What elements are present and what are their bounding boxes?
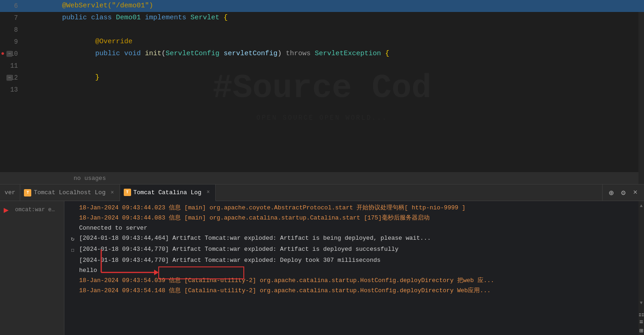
log-line-hello: hello xyxy=(64,266,638,276)
interface-name: Servlet xyxy=(190,14,224,22)
kw-class: class xyxy=(91,14,116,22)
bottom-panel: ver T Tomcat Localhost Log × T Tomcat Ca… xyxy=(0,184,644,335)
globe-icon-btn[interactable]: ⊕ xyxy=(606,188,616,198)
localhost-tab-icon: T xyxy=(24,189,31,196)
line-number-7: 7 xyxy=(0,12,25,24)
log-text-3: Connected to server xyxy=(79,223,635,233)
fold-icon[interactable]: − xyxy=(6,51,12,57)
line-number-11: 11 xyxy=(0,60,25,72)
kw-public: public xyxy=(62,14,91,22)
paren-close: ) xyxy=(277,50,286,58)
kw-void: void xyxy=(124,50,145,58)
log-content[interactable]: 18-Jan-2024 09:43:44.023 信息 [main] org.a… xyxy=(64,201,638,335)
log-text-6: [2024-01-18 09:43:44,770] Artifact Tomca… xyxy=(79,255,635,266)
code-lines: 6 @WebServlet("/demo01") 7 public class … xyxy=(0,0,644,96)
code-line-10: ● − 10 public void init(ServletConfig se… xyxy=(0,48,644,60)
kw-throws: throws xyxy=(286,50,315,58)
no-usages-bar: no usages xyxy=(0,172,644,184)
line-number-9: 9 xyxy=(0,36,25,48)
line-content-12: } xyxy=(25,60,644,96)
paren-open: ( xyxy=(161,50,166,58)
code-line-12: − 12 } xyxy=(0,72,644,84)
log-line-5: ☐ [2024-01-18 09:43:44,770] Artifact Tom… xyxy=(64,244,638,255)
localhost-tab-close[interactable]: × xyxy=(109,190,115,196)
gear-icon-btn[interactable]: ⚙ xyxy=(618,188,628,198)
log-line-6: [2024-01-18 09:43:44,770] Artifact Tomca… xyxy=(64,255,638,266)
refresh-icon: ↻ xyxy=(71,234,75,244)
panel-scrollbar[interactable]: ▲ ▼ ⚏ ≡ ⊞ xyxy=(638,201,644,335)
catalina-tab-icon: T xyxy=(124,189,131,196)
watermark-sub: OPEN SOURCE OPEN WORLD... xyxy=(256,114,387,121)
line-number-10: ● − 10 xyxy=(0,48,25,60)
kw-implements: implements xyxy=(145,14,190,22)
scroll-up-btn[interactable]: ▲ xyxy=(638,202,644,209)
log-icon-refresh: ↻ xyxy=(68,233,77,244)
panel-close-btn[interactable]: × xyxy=(630,188,640,198)
kw-public2: public xyxy=(62,50,124,58)
log-text-hello: hello xyxy=(79,266,635,276)
line-number-6: 6 xyxy=(0,0,25,12)
panel-sidebar: ▶ omcat:war exploc xyxy=(0,201,64,335)
log-line-2: 18-Jan-2024 09:43:44.083 信息 [main] org.a… xyxy=(64,213,638,223)
log-text-1: 18-Jan-2024 09:43:44.023 信息 [main] org.a… xyxy=(79,203,635,213)
log-line-3: Connected to server xyxy=(64,223,638,233)
catalina-tab-close[interactable]: × xyxy=(206,189,211,196)
log-line-4: ↻ [2024-01-18 09:43:44,464] Artifact Tom… xyxy=(64,233,638,244)
close-brace: } xyxy=(95,74,99,81)
log-text-2: 18-Jan-2024 09:43:44.083 信息 [main] org.a… xyxy=(79,213,635,223)
error-icon: ● xyxy=(1,48,5,60)
log-icon-7 xyxy=(68,276,77,277)
log-icon-stop: ☐ xyxy=(68,244,77,255)
param-name: servletConfig xyxy=(224,50,277,58)
log-icon-hello xyxy=(68,266,77,266)
sidebar-artifact-label: omcat:war exploc xyxy=(12,205,60,215)
tab-catalina-log[interactable]: T Tomcat Catalina Log × xyxy=(120,185,216,201)
panel-right-icon-3[interactable]: ⊞ xyxy=(638,327,644,334)
panel-body: ▶ omcat:war exploc 18-Jan-2024 09:43:44.… xyxy=(0,201,644,335)
open-brace: { xyxy=(224,14,228,22)
code-line-7: 7 public class Demo01 implements Servlet… xyxy=(0,12,644,24)
log-text-7: 18-Jan-2024 09:43:54.039 信息 [Catalina-ut… xyxy=(79,276,635,286)
log-line-8: 18-Jan-2024 09:43:54.148 信息 [Catalina-ut… xyxy=(64,286,638,296)
log-icon-2 xyxy=(68,213,77,214)
line-number-8: 8 xyxy=(0,24,25,36)
panel-right-icon-1[interactable]: ⚏ xyxy=(638,310,644,318)
no-usages-text: no usages xyxy=(74,175,106,182)
exception-type: ServletException xyxy=(315,50,385,58)
line-number-12: − 12 xyxy=(0,72,25,84)
indent-12 xyxy=(62,74,95,81)
active-arrow: ▶ xyxy=(4,205,9,215)
catalina-tab-label: Tomcat Catalina Log xyxy=(133,189,201,196)
log-text-5: [2024-01-18 09:43:44,770] Artifact Tomca… xyxy=(79,244,635,254)
scroll-down-btn[interactable]: ▼ xyxy=(638,299,644,306)
stop-icon: ☐ xyxy=(71,245,74,255)
log-line-7: 18-Jan-2024 09:43:54.039 信息 [Catalina-ut… xyxy=(64,276,638,286)
log-icon-8 xyxy=(68,286,77,287)
line-number-13: 13 xyxy=(0,84,25,96)
open-brace-2: { xyxy=(385,50,389,58)
panel-right-icon-2[interactable]: ≡ xyxy=(638,318,644,326)
tab-localhost-log[interactable]: T Tomcat Localhost Log × xyxy=(20,185,120,201)
method-init: init xyxy=(145,50,161,58)
log-line-1: 18-Jan-2024 09:43:44.023 信息 [main] org.a… xyxy=(64,203,638,213)
panel-tabs: ver T Tomcat Localhost Log × T Tomcat Ca… xyxy=(0,185,644,201)
fold-icon-2[interactable]: − xyxy=(6,75,12,81)
code-editor: #Source Cod OPEN SOURCE OPEN WORLD... 6 … xyxy=(0,0,644,184)
localhost-tab-label: Tomcat Localhost Log xyxy=(34,189,105,196)
log-icon-3 xyxy=(68,223,77,224)
param-type: ServletConfig xyxy=(166,50,224,58)
log-icon-1 xyxy=(68,203,77,204)
log-text-4: [2024-01-18 09:43:44,464] Artifact Tomca… xyxy=(79,233,635,243)
log-icon-6 xyxy=(68,255,77,256)
class-name: Demo01 xyxy=(116,14,145,22)
log-text-8: 18-Jan-2024 09:43:54.148 信息 [Catalina-ut… xyxy=(79,286,635,296)
server-tab-label: ver xyxy=(0,185,20,201)
